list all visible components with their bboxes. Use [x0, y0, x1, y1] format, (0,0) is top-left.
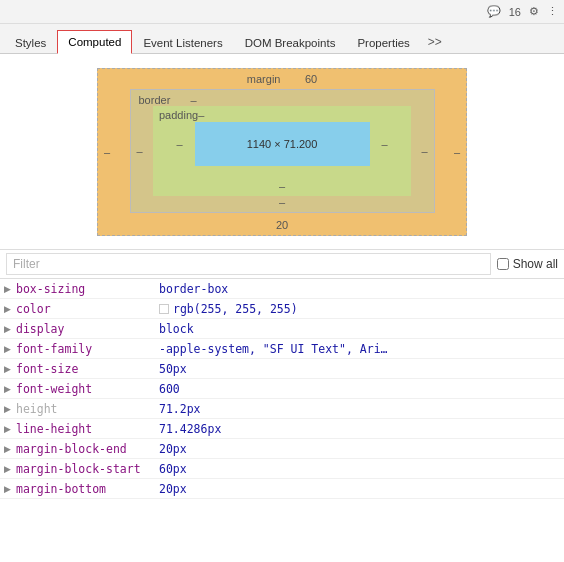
property-value: 71.4286px — [159, 422, 564, 436]
border-bottom: – — [279, 196, 285, 208]
margin-left: – — [104, 146, 110, 158]
property-value: -apple-system, "SF UI Text", Ari… — [159, 342, 564, 356]
table-row[interactable]: ▶font-size50px — [0, 359, 564, 379]
margin-bottom-label: 20 — [276, 219, 288, 231]
color-swatch[interactable] — [159, 304, 169, 314]
property-name: color — [14, 302, 159, 316]
tab-computed[interactable]: Computed — [57, 30, 132, 54]
border-box: border – – – – padding– – – 1140 × 71.20… — [130, 89, 435, 213]
border-dash-left: – — [137, 145, 143, 157]
property-name: margin-block-start — [14, 462, 159, 476]
tab-properties[interactable]: Properties — [346, 31, 420, 54]
expand-arrow-icon[interactable]: ▶ — [0, 324, 14, 334]
table-row[interactable]: ▶margin-bottom20px — [0, 479, 564, 499]
table-row[interactable]: ▶margin-block-start60px — [0, 459, 564, 479]
expand-arrow-icon[interactable]: ▶ — [0, 464, 14, 474]
expand-arrow-icon[interactable]: ▶ — [0, 344, 14, 354]
chat-icon[interactable]: 💬 — [487, 5, 501, 18]
property-name: display — [14, 322, 159, 336]
property-value: 60px — [159, 462, 564, 476]
property-value: rgb(255, 255, 255) — [159, 302, 564, 316]
border-val: – — [191, 94, 197, 106]
filter-row: Show all — [0, 249, 564, 279]
property-value: border-box — [159, 282, 564, 296]
box-model-diagram: margin 60 – – 20 border – – – – padding–… — [0, 54, 564, 249]
property-value: 20px — [159, 482, 564, 496]
expand-arrow-icon[interactable]: ▶ — [0, 304, 14, 314]
content-dimensions: 1140 × 71.200 — [247, 138, 318, 150]
property-value: 20px — [159, 442, 564, 456]
count-badge: 16 — [509, 6, 521, 18]
margin-box: margin 60 – – 20 border – – – – padding–… — [97, 68, 467, 236]
table-row[interactable]: ▶line-height71.4286px — [0, 419, 564, 439]
property-name: font-weight — [14, 382, 159, 396]
table-row[interactable]: ▶box-sizingborder-box — [0, 279, 564, 299]
properties-list: ▶box-sizingborder-box▶colorrgb(255, 255,… — [0, 279, 564, 562]
margin-right: – — [454, 146, 460, 158]
property-name: height — [14, 402, 159, 416]
expand-arrow-icon[interactable]: ▶ — [0, 444, 14, 454]
property-value: 50px — [159, 362, 564, 376]
expand-arrow-icon[interactable]: ▶ — [0, 284, 14, 294]
expand-arrow-icon[interactable]: ▶ — [0, 424, 14, 434]
property-name: line-height — [14, 422, 159, 436]
content-dash-right: – — [381, 138, 387, 150]
border-label: border — [139, 94, 171, 106]
margin-label: margin 60 — [247, 73, 317, 85]
property-name: margin-block-end — [14, 442, 159, 456]
top-bar: 💬 16 ⚙ ⋮ — [0, 0, 564, 24]
table-row[interactable]: ▶font-family-apple-system, "SF UI Text",… — [0, 339, 564, 359]
border-dash-right: – — [421, 145, 427, 157]
table-row[interactable]: ▶font-weight600 — [0, 379, 564, 399]
table-row[interactable]: ▶margin-block-end20px — [0, 439, 564, 459]
show-all-checkbox[interactable] — [497, 258, 509, 270]
property-value: block — [159, 322, 564, 336]
content-dash-left: – — [177, 138, 183, 150]
show-all-text: Show all — [513, 257, 558, 271]
tabs-bar: Styles Computed Event Listeners DOM Brea… — [0, 24, 564, 54]
more-icon[interactable]: ⋮ — [547, 5, 558, 18]
tab-more[interactable]: >> — [421, 29, 449, 54]
show-all-label[interactable]: Show all — [497, 257, 558, 271]
expand-arrow-icon[interactable]: ▶ — [0, 364, 14, 374]
table-row[interactable]: ▶displayblock — [0, 319, 564, 339]
property-name: margin-bottom — [14, 482, 159, 496]
property-value: 71.2px — [159, 402, 564, 416]
tab-event-listeners[interactable]: Event Listeners — [132, 31, 233, 54]
main-content: margin 60 – – 20 border – – – – padding–… — [0, 54, 564, 562]
padding-label: padding– — [159, 109, 204, 121]
filter-input[interactable] — [6, 253, 491, 275]
expand-arrow-icon[interactable]: ▶ — [0, 484, 14, 494]
tab-dom-breakpoints[interactable]: DOM Breakpoints — [234, 31, 347, 54]
table-row[interactable]: ▶colorrgb(255, 255, 255) — [0, 299, 564, 319]
property-value: 600 — [159, 382, 564, 396]
padding-bottom: – — [279, 180, 285, 192]
gear-icon[interactable]: ⚙ — [529, 5, 539, 18]
expand-arrow-icon[interactable]: ▶ — [0, 404, 14, 414]
content-box: – 1140 × 71.200 – — [195, 122, 370, 166]
property-name: font-size — [14, 362, 159, 376]
top-bar-icons: 💬 16 ⚙ ⋮ — [487, 5, 558, 18]
property-name: font-family — [14, 342, 159, 356]
tab-styles[interactable]: Styles — [4, 31, 57, 54]
property-name: box-sizing — [14, 282, 159, 296]
padding-box: padding– – – 1140 × 71.200 – — [153, 106, 411, 196]
table-row[interactable]: ▶height71.2px — [0, 399, 564, 419]
expand-arrow-icon[interactable]: ▶ — [0, 384, 14, 394]
